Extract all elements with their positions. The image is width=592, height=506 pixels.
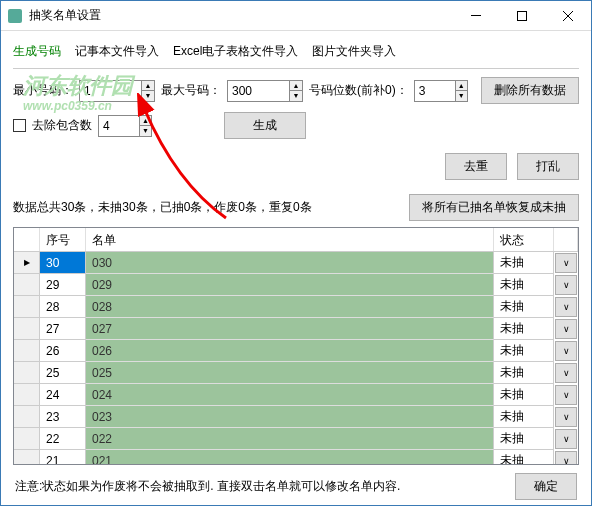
table-row[interactable]: 21021未抽∨ xyxy=(14,450,578,464)
status-dropdown-icon[interactable]: ∨ xyxy=(555,253,577,273)
cell-name[interactable]: 029 xyxy=(86,274,494,296)
exclude-up-icon[interactable]: ▲ xyxy=(140,116,151,126)
header-status[interactable]: 状态 xyxy=(494,228,554,251)
cell-name[interactable]: 026 xyxy=(86,340,494,362)
cell-status[interactable]: 未抽 xyxy=(494,274,554,296)
exclude-checkbox[interactable] xyxy=(13,119,26,132)
min-spinner[interactable]: ▲▼ xyxy=(79,80,155,102)
digits-spinner[interactable]: ▲▼ xyxy=(414,80,468,102)
minimize-button[interactable] xyxy=(453,1,499,31)
restore-button[interactable]: 将所有已抽名单恢复成未抽 xyxy=(409,194,579,221)
cell-status[interactable]: 未抽 xyxy=(494,428,554,450)
tab-excel[interactable]: Excel电子表格文件导入 xyxy=(173,43,298,60)
status-dropdown-icon[interactable]: ∨ xyxy=(555,363,577,383)
exclude-input[interactable] xyxy=(99,119,139,133)
maximize-button[interactable] xyxy=(499,1,545,31)
tab-notepad[interactable]: 记事本文件导入 xyxy=(75,43,159,60)
cell-status[interactable]: 未抽 xyxy=(494,384,554,406)
table-row[interactable]: 23023未抽∨ xyxy=(14,406,578,428)
table-body[interactable]: 30030未抽∨29029未抽∨28028未抽∨27027未抽∨26026未抽∨… xyxy=(14,252,578,464)
min-down-icon[interactable]: ▼ xyxy=(142,91,154,101)
digits-down-icon[interactable]: ▼ xyxy=(456,91,467,101)
digits-label: 号码位数(前补0)： xyxy=(309,82,408,99)
cell-status[interactable]: 未抽 xyxy=(494,318,554,340)
table-header: 序号 名单 状态 xyxy=(14,228,578,252)
ok-button[interactable]: 确定 xyxy=(515,473,577,500)
svg-rect-2 xyxy=(518,11,527,20)
cell-name[interactable]: 023 xyxy=(86,406,494,428)
max-down-icon[interactable]: ▼ xyxy=(290,91,302,101)
cell-seq[interactable]: 25 xyxy=(40,362,86,384)
max-spinner[interactable]: ▲▼ xyxy=(227,80,303,102)
row-marker xyxy=(14,340,40,362)
cell-name[interactable]: 022 xyxy=(86,428,494,450)
cell-name[interactable]: 021 xyxy=(86,450,494,464)
status-dropdown-icon[interactable]: ∨ xyxy=(555,275,577,295)
cell-status[interactable]: 未抽 xyxy=(494,406,554,428)
min-input[interactable] xyxy=(80,84,141,98)
header-rowmark xyxy=(14,228,40,251)
exclude-spinner[interactable]: ▲▼ xyxy=(98,115,152,137)
table-row[interactable]: 29029未抽∨ xyxy=(14,274,578,296)
import-tabs: 生成号码 记事本文件导入 Excel电子表格文件导入 图片文件夹导入 xyxy=(13,39,579,69)
action-buttons: 去重 打乱 xyxy=(13,153,579,180)
cell-status[interactable]: 未抽 xyxy=(494,362,554,384)
cell-status[interactable]: 未抽 xyxy=(494,252,554,274)
exclude-row: 去除包含数 ▲▼ 生成 xyxy=(13,112,579,139)
cell-name[interactable]: 027 xyxy=(86,318,494,340)
table-row[interactable]: 28028未抽∨ xyxy=(14,296,578,318)
status-dropdown-icon[interactable]: ∨ xyxy=(555,385,577,405)
cell-seq[interactable]: 22 xyxy=(40,428,86,450)
status-dropdown-icon[interactable]: ∨ xyxy=(555,319,577,339)
status-dropdown-icon[interactable]: ∨ xyxy=(555,341,577,361)
generate-button[interactable]: 生成 xyxy=(224,112,306,139)
table-row[interactable]: 30030未抽∨ xyxy=(14,252,578,274)
exclude-down-icon[interactable]: ▼ xyxy=(140,126,151,136)
cell-seq[interactable]: 28 xyxy=(40,296,86,318)
max-up-icon[interactable]: ▲ xyxy=(290,81,302,91)
table-row[interactable]: 22022未抽∨ xyxy=(14,428,578,450)
header-name[interactable]: 名单 xyxy=(86,228,494,251)
row-marker xyxy=(14,428,40,450)
cell-name[interactable]: 028 xyxy=(86,296,494,318)
cell-seq[interactable]: 24 xyxy=(40,384,86,406)
cell-status[interactable]: 未抽 xyxy=(494,450,554,464)
status-dropdown-icon[interactable]: ∨ xyxy=(555,429,577,449)
cell-seq[interactable]: 27 xyxy=(40,318,86,340)
cell-name[interactable]: 025 xyxy=(86,362,494,384)
tab-generate[interactable]: 生成号码 xyxy=(13,43,61,60)
min-up-icon[interactable]: ▲ xyxy=(142,81,154,91)
cell-seq[interactable]: 30 xyxy=(40,252,86,274)
close-button[interactable] xyxy=(545,1,591,31)
tab-image[interactable]: 图片文件夹导入 xyxy=(312,43,396,60)
min-label: 最小号码： xyxy=(13,82,73,99)
max-label: 最大号码： xyxy=(161,82,221,99)
cell-seq[interactable]: 26 xyxy=(40,340,86,362)
digits-input[interactable] xyxy=(415,84,455,98)
delete-all-button[interactable]: 删除所有数据 xyxy=(481,77,579,104)
cell-status[interactable]: 未抽 xyxy=(494,296,554,318)
cell-seq[interactable]: 23 xyxy=(40,406,86,428)
app-window: 抽奖名单设置 河东软件园 www.pc0359.cn 生成号码 记事本文件导入 … xyxy=(0,0,592,506)
cell-status[interactable]: 未抽 xyxy=(494,340,554,362)
row-marker xyxy=(14,450,40,464)
table-row[interactable]: 27027未抽∨ xyxy=(14,318,578,340)
table-row[interactable]: 25025未抽∨ xyxy=(14,362,578,384)
header-dropdown xyxy=(554,228,578,251)
cell-name[interactable]: 030 xyxy=(86,252,494,274)
table-row[interactable]: 26026未抽∨ xyxy=(14,340,578,362)
table-row[interactable]: 24024未抽∨ xyxy=(14,384,578,406)
header-seq[interactable]: 序号 xyxy=(40,228,86,251)
app-icon xyxy=(7,8,23,24)
cell-seq[interactable]: 29 xyxy=(40,274,86,296)
status-dropdown-icon[interactable]: ∨ xyxy=(555,297,577,317)
cell-name[interactable]: 024 xyxy=(86,384,494,406)
max-input[interactable] xyxy=(228,84,289,98)
shuffle-button[interactable]: 打乱 xyxy=(517,153,579,180)
window-controls xyxy=(453,1,591,31)
dedupe-button[interactable]: 去重 xyxy=(445,153,507,180)
status-dropdown-icon[interactable]: ∨ xyxy=(555,451,577,464)
digits-up-icon[interactable]: ▲ xyxy=(456,81,467,91)
status-dropdown-icon[interactable]: ∨ xyxy=(555,407,577,427)
cell-seq[interactable]: 21 xyxy=(40,450,86,464)
